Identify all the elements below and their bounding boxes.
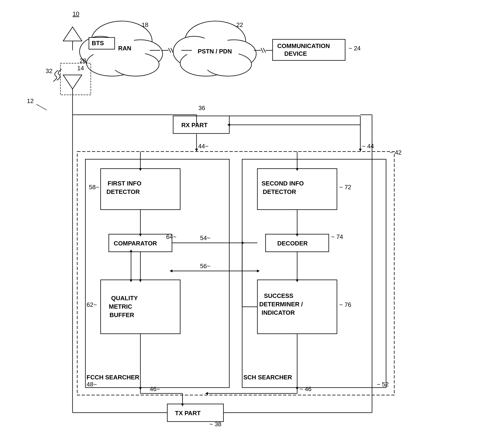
first-info-label-2: DETECTOR — [107, 188, 140, 195]
ref-76: ~ 76 — [339, 301, 351, 308]
success-label-1: SUCCESS — [264, 292, 293, 299]
success-label-3: INDICATOR — [262, 309, 295, 316]
comm-device-label-2: DEVICE — [284, 50, 307, 57]
ref-24: ~ 24 — [349, 45, 361, 52]
pstn-label: PSTN / PDN — [198, 48, 232, 55]
ref-54: 54~ — [200, 234, 210, 241]
svg-marker-22 — [63, 27, 82, 41]
ran-label: RAN — [118, 45, 131, 52]
ref-46-left: 46~ — [150, 385, 160, 392]
ref-58: 58~ — [89, 184, 99, 191]
svg-marker-87 — [296, 387, 299, 390]
ref-14: 14 — [77, 65, 84, 72]
tx-part-label: TX PART — [175, 410, 201, 417]
svg-rect-24 — [60, 63, 91, 95]
fcch-searcher-label: FCCH SEARCHER — [86, 374, 140, 381]
ref-72: ~ 72 — [339, 184, 351, 191]
ref-22: 22 — [236, 21, 243, 28]
ref-52: ~ 52 — [377, 381, 389, 388]
ref-44-left: 44~ — [198, 143, 209, 150]
qm-label-1: QUALITY — [111, 295, 138, 302]
ref-74: ~ 74 — [331, 233, 343, 240]
ref-36: 36 — [198, 104, 205, 112]
svg-line-9 — [171, 48, 173, 53]
success-label-2: DETERMINER / — [259, 301, 303, 308]
svg-marker-37 — [195, 149, 198, 152]
svg-marker-39 — [359, 149, 362, 152]
svg-line-8 — [169, 48, 171, 53]
second-info-label-2: DETECTOR — [263, 188, 296, 195]
svg-line-19 — [263, 48, 265, 53]
comparator-label: COMPARATOR — [114, 240, 157, 247]
ref-18: 18 — [141, 21, 148, 28]
decoder-label: DECODER — [277, 240, 308, 247]
svg-marker-83 — [205, 392, 208, 395]
diagram: 10 BTS RAN 18 PSTN / PDN 22 COMMUNICATIO… — [0, 0, 482, 448]
ref-46-right: ~ 46 — [300, 385, 311, 392]
svg-line-18 — [261, 48, 263, 53]
ref-48: 48~ — [86, 381, 97, 388]
ref-62: 62~ — [86, 301, 97, 308]
svg-marker-25 — [63, 75, 82, 89]
ref-38: ~ 38 — [210, 421, 221, 428]
ref-28: 28 — [79, 57, 86, 64]
svg-marker-85 — [139, 387, 142, 390]
svg-marker-60 — [170, 270, 172, 272]
ref-10: 10 — [72, 10, 79, 17]
svg-line-28 — [36, 104, 47, 110]
comm-device-label-1: COMMUNICATION — [277, 42, 330, 49]
ref-12: 12 — [27, 97, 34, 104]
first-info-label-1: FIRST INFO — [108, 180, 141, 187]
qm-label-3: BUFFER — [109, 312, 134, 319]
ref-64: 64~ — [166, 233, 176, 240]
second-info-label-1: SECOND INFO — [262, 180, 304, 187]
bts-label: BTS — [92, 40, 104, 47]
ref-32: 32 — [46, 67, 52, 74]
ref-42: ~ 42 — [389, 149, 402, 156]
rx-part-label: RX PART — [181, 121, 208, 128]
svg-marker-72 — [257, 270, 260, 272]
sch-searcher-label: SCH SEARCHER — [243, 374, 292, 381]
ref-56: 56~ — [200, 263, 210, 270]
qm-label-2: METRIC — [109, 303, 132, 310]
